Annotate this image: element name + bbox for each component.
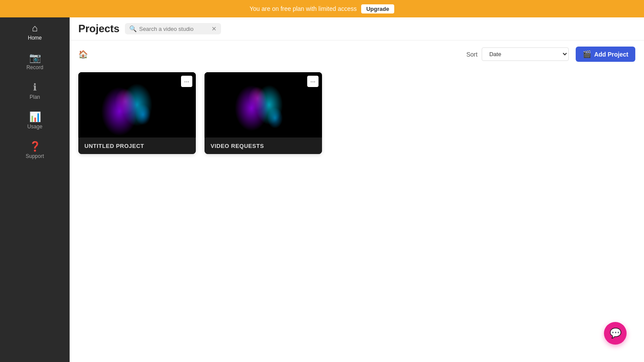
home-icon: ⌂ [32, 23, 37, 33]
project-card-untitled[interactable]: ··· UNTITLED PROJECT [78, 72, 196, 154]
search-input[interactable] [139, 26, 209, 32]
sidebar-item-record[interactable]: 📷 Record [0, 47, 70, 77]
sidebar-item-plan-label: Plan [30, 94, 40, 100]
chat-button[interactable]: 💬 [604, 322, 627, 345]
project-card-footer-video-requests: VIDEO REQUESTS [205, 137, 322, 154]
sidebar-item-home[interactable]: ⌂ Home [0, 17, 70, 47]
sidebar-item-record-label: Record [27, 64, 44, 70]
project-menu-button-video-requests[interactable]: ··· [307, 76, 319, 87]
chat-icon: 💬 [610, 328, 621, 339]
projects-grid: ··· UNTITLED PROJECT ··· VIDEO REQUESTS [70, 68, 644, 163]
page-title: Projects [78, 23, 120, 35]
sidebar-item-usage-label: Usage [27, 124, 43, 130]
main-content: You are on free plan with limited access… [70, 17, 644, 362]
add-project-button[interactable]: 🎬 Add Project [576, 47, 635, 62]
project-card-video-requests[interactable]: ··· VIDEO REQUESTS [205, 72, 322, 154]
sidebar-item-support[interactable]: ❓ Support [0, 136, 70, 165]
project-card-name-video-requests: VIDEO REQUESTS [211, 143, 264, 149]
thumbnail-visual-2 [205, 72, 322, 137]
sidebar-item-plan[interactable]: ℹ Plan [0, 77, 70, 106]
sort-select[interactable]: Date Name Modified [482, 47, 569, 61]
project-thumbnail-video-requests: ··· [205, 72, 322, 137]
breadcrumb-home-icon[interactable]: 🏠 [78, 50, 88, 59]
support-icon: ❓ [29, 142, 41, 151]
project-card-name-untitled: UNTITLED PROJECT [84, 143, 144, 149]
search-wrapper: 🔍 ✕ [125, 23, 221, 34]
search-clear-icon[interactable]: ✕ [211, 25, 217, 32]
sidebar-item-home-label: Home [28, 35, 42, 41]
sidebar: ⌂ Home 📷 Record ℹ Plan 📊 Usage ❓ Support [0, 0, 70, 362]
project-thumbnail-untitled: ··· [78, 72, 196, 137]
sort-wrapper: Sort Date Name Modified [466, 47, 569, 61]
toolbar-row: 🏠 Sort Date Name Modified 🎬 Add Project [70, 40, 644, 68]
search-icon: 🔍 [129, 25, 137, 32]
thumbnail-visual-1 [78, 72, 196, 137]
sort-label: Sort [466, 51, 478, 58]
project-card-footer-untitled: UNTITLED PROJECT [78, 137, 196, 154]
add-project-label: Add Project [594, 51, 628, 58]
sidebar-item-usage[interactable]: 📊 Usage [0, 106, 70, 136]
plan-icon: ℹ [33, 83, 37, 92]
sidebar-item-support-label: Support [26, 153, 44, 159]
usage-icon: 📊 [29, 112, 41, 122]
project-menu-button-untitled[interactable]: ··· [181, 76, 192, 87]
record-icon: 📷 [29, 53, 41, 63]
header-row: Projects 🔍 ✕ [70, 17, 644, 40]
add-project-icon: 🎬 [583, 50, 591, 58]
